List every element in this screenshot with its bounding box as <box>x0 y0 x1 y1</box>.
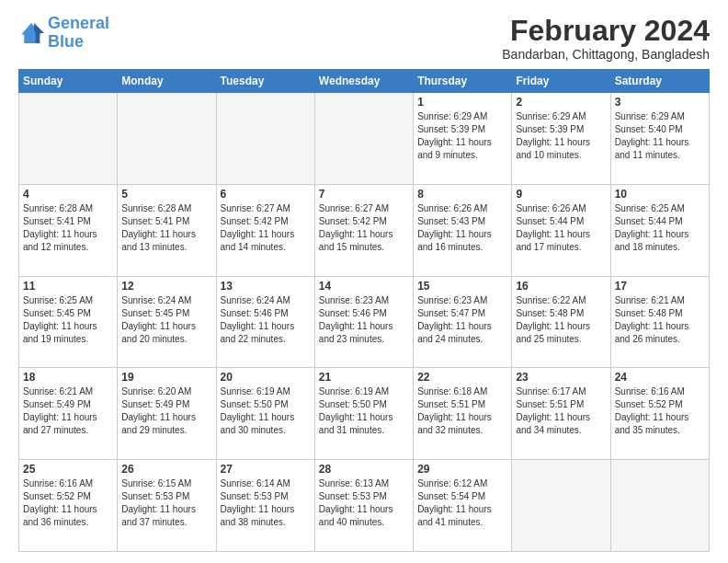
day-cell: 15Sunrise: 6:23 AM Sunset: 5:47 PM Dayli… <box>414 276 512 368</box>
logo-blue: Blue <box>48 33 109 52</box>
day-cell: 20Sunrise: 6:19 AM Sunset: 5:50 PM Dayli… <box>216 368 314 460</box>
header: General Blue February 2024 Bandarban, Ch… <box>18 15 710 62</box>
day-cell: 9Sunrise: 6:26 AM Sunset: 5:44 PM Daylig… <box>512 184 610 276</box>
day-number: 19 <box>121 371 211 384</box>
week-row-0: 1Sunrise: 6:29 AM Sunset: 5:39 PM Daylig… <box>19 93 710 185</box>
day-number: 28 <box>319 463 409 476</box>
day-cell: 16Sunrise: 6:22 AM Sunset: 5:48 PM Dayli… <box>512 276 610 368</box>
day-cell: 6Sunrise: 6:27 AM Sunset: 5:42 PM Daylig… <box>216 184 314 276</box>
header-row: Sunday Monday Tuesday Wednesday Thursday… <box>19 70 710 93</box>
day-number: 5 <box>121 188 211 201</box>
logo: General Blue <box>18 15 109 52</box>
day-info: Sunrise: 6:24 AM Sunset: 5:45 PM Dayligh… <box>121 294 211 346</box>
title-block: February 2024 Bandarban, Chittagong, Ban… <box>502 15 710 62</box>
logo-text: General Blue <box>48 15 109 52</box>
logo-icon <box>18 20 44 46</box>
day-number: 23 <box>516 371 606 384</box>
day-number: 27 <box>221 463 311 476</box>
day-info: Sunrise: 6:24 AM Sunset: 5:46 PM Dayligh… <box>221 294 311 346</box>
day-info: Sunrise: 6:27 AM Sunset: 5:42 PM Dayligh… <box>319 202 409 254</box>
day-number: 13 <box>221 280 311 293</box>
day-number: 22 <box>417 371 507 384</box>
day-cell <box>118 93 216 185</box>
day-info: Sunrise: 6:25 AM Sunset: 5:44 PM Dayligh… <box>615 202 705 254</box>
day-cell: 23Sunrise: 6:17 AM Sunset: 5:51 PM Dayli… <box>512 368 610 460</box>
day-cell <box>512 460 610 552</box>
day-cell <box>610 460 709 552</box>
day-number: 7 <box>319 188 409 201</box>
week-row-1: 4Sunrise: 6:28 AM Sunset: 5:41 PM Daylig… <box>19 184 710 276</box>
day-number: 14 <box>319 280 409 293</box>
day-cell: 10Sunrise: 6:25 AM Sunset: 5:44 PM Dayli… <box>610 184 709 276</box>
day-number: 18 <box>23 371 113 384</box>
day-number: 17 <box>615 280 705 293</box>
day-number: 8 <box>417 188 507 201</box>
day-number: 25 <box>23 463 113 476</box>
day-cell: 24Sunrise: 6:16 AM Sunset: 5:52 PM Dayli… <box>610 368 709 460</box>
day-cell: 22Sunrise: 6:18 AM Sunset: 5:51 PM Dayli… <box>414 368 512 460</box>
day-info: Sunrise: 6:23 AM Sunset: 5:47 PM Dayligh… <box>417 294 507 346</box>
day-info: Sunrise: 6:17 AM Sunset: 5:51 PM Dayligh… <box>516 385 606 437</box>
day-number: 29 <box>417 463 507 476</box>
day-cell: 21Sunrise: 6:19 AM Sunset: 5:50 PM Dayli… <box>314 368 413 460</box>
day-cell: 4Sunrise: 6:28 AM Sunset: 5:41 PM Daylig… <box>19 184 118 276</box>
day-cell: 28Sunrise: 6:13 AM Sunset: 5:53 PM Dayli… <box>314 460 413 552</box>
day-cell: 18Sunrise: 6:21 AM Sunset: 5:49 PM Dayli… <box>19 368 118 460</box>
col-friday: Friday <box>512 70 610 93</box>
day-number: 6 <box>221 188 311 201</box>
day-cell: 11Sunrise: 6:25 AM Sunset: 5:45 PM Dayli… <box>19 276 118 368</box>
day-cell <box>314 93 413 185</box>
col-sunday: Sunday <box>19 70 118 93</box>
day-cell: 17Sunrise: 6:21 AM Sunset: 5:48 PM Dayli… <box>610 276 709 368</box>
col-wednesday: Wednesday <box>314 70 413 93</box>
day-info: Sunrise: 6:29 AM Sunset: 5:40 PM Dayligh… <box>615 110 705 162</box>
day-info: Sunrise: 6:19 AM Sunset: 5:50 PM Dayligh… <box>319 385 409 437</box>
day-info: Sunrise: 6:19 AM Sunset: 5:50 PM Dayligh… <box>221 385 311 437</box>
day-info: Sunrise: 6:23 AM Sunset: 5:46 PM Dayligh… <box>319 294 409 346</box>
day-info: Sunrise: 6:12 AM Sunset: 5:54 PM Dayligh… <box>417 477 507 529</box>
day-number: 9 <box>516 188 606 201</box>
day-number: 21 <box>319 371 409 384</box>
day-cell: 8Sunrise: 6:26 AM Sunset: 5:43 PM Daylig… <box>414 184 512 276</box>
week-row-4: 25Sunrise: 6:16 AM Sunset: 5:52 PM Dayli… <box>19 460 710 552</box>
day-info: Sunrise: 6:21 AM Sunset: 5:49 PM Dayligh… <box>23 385 113 437</box>
week-row-3: 18Sunrise: 6:21 AM Sunset: 5:49 PM Dayli… <box>19 368 710 460</box>
day-cell: 2Sunrise: 6:29 AM Sunset: 5:39 PM Daylig… <box>512 93 610 185</box>
day-cell: 27Sunrise: 6:14 AM Sunset: 5:53 PM Dayli… <box>216 460 314 552</box>
logo-general: General <box>48 14 109 32</box>
day-cell: 14Sunrise: 6:23 AM Sunset: 5:46 PM Dayli… <box>314 276 413 368</box>
day-info: Sunrise: 6:26 AM Sunset: 5:44 PM Dayligh… <box>516 202 606 254</box>
day-number: 11 <box>23 280 113 293</box>
day-info: Sunrise: 6:21 AM Sunset: 5:48 PM Dayligh… <box>615 294 705 346</box>
day-cell: 5Sunrise: 6:28 AM Sunset: 5:41 PM Daylig… <box>118 184 216 276</box>
day-number: 1 <box>417 96 507 109</box>
calendar-title: February 2024 <box>502 15 710 47</box>
col-saturday: Saturday <box>610 70 709 93</box>
week-row-2: 11Sunrise: 6:25 AM Sunset: 5:45 PM Dayli… <box>19 276 710 368</box>
day-number: 3 <box>615 96 705 109</box>
day-info: Sunrise: 6:28 AM Sunset: 5:41 PM Dayligh… <box>121 202 211 254</box>
day-info: Sunrise: 6:18 AM Sunset: 5:51 PM Dayligh… <box>417 385 507 437</box>
day-info: Sunrise: 6:22 AM Sunset: 5:48 PM Dayligh… <box>516 294 606 346</box>
day-cell: 19Sunrise: 6:20 AM Sunset: 5:49 PM Dayli… <box>118 368 216 460</box>
col-monday: Monday <box>118 70 216 93</box>
day-cell: 3Sunrise: 6:29 AM Sunset: 5:40 PM Daylig… <box>610 93 709 185</box>
day-info: Sunrise: 6:28 AM Sunset: 5:41 PM Dayligh… <box>23 202 113 254</box>
day-cell: 13Sunrise: 6:24 AM Sunset: 5:46 PM Dayli… <box>216 276 314 368</box>
day-cell: 26Sunrise: 6:15 AM Sunset: 5:53 PM Dayli… <box>118 460 216 552</box>
calendar-subtitle: Bandarban, Chittagong, Bangladesh <box>502 47 710 62</box>
day-info: Sunrise: 6:27 AM Sunset: 5:42 PM Dayligh… <box>221 202 311 254</box>
day-number: 20 <box>221 371 311 384</box>
day-info: Sunrise: 6:14 AM Sunset: 5:53 PM Dayligh… <box>221 477 311 529</box>
day-cell: 29Sunrise: 6:12 AM Sunset: 5:54 PM Dayli… <box>414 460 512 552</box>
day-info: Sunrise: 6:16 AM Sunset: 5:52 PM Dayligh… <box>23 477 113 529</box>
day-number: 24 <box>615 371 705 384</box>
day-info: Sunrise: 6:20 AM Sunset: 5:49 PM Dayligh… <box>121 385 211 437</box>
day-info: Sunrise: 6:15 AM Sunset: 5:53 PM Dayligh… <box>121 477 211 529</box>
day-info: Sunrise: 6:29 AM Sunset: 5:39 PM Dayligh… <box>417 110 507 162</box>
day-info: Sunrise: 6:29 AM Sunset: 5:39 PM Dayligh… <box>516 110 606 162</box>
day-cell: 12Sunrise: 6:24 AM Sunset: 5:45 PM Dayli… <box>118 276 216 368</box>
col-thursday: Thursday <box>414 70 512 93</box>
day-cell <box>216 93 314 185</box>
page: General Blue February 2024 Bandarban, Ch… <box>0 0 728 563</box>
